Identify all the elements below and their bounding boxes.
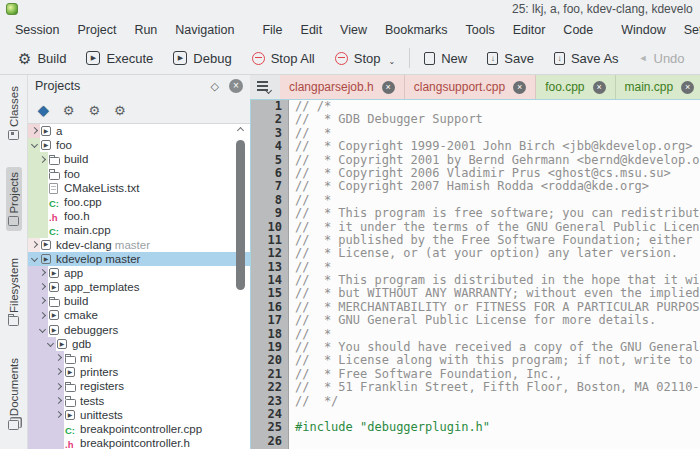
toolbar-button-label: Debug — [193, 51, 231, 66]
tree-item-kdev-clang[interactable]: ▶kdev-clang master — [28, 238, 250, 252]
close-tab-icon[interactable]: × — [513, 81, 526, 94]
stop-all-button[interactable]: Stop All — [242, 42, 325, 74]
project-tint-band — [28, 181, 48, 195]
code-line: 10// * it under the terms of the GNU Gen… — [251, 221, 700, 234]
tree-item-breakpointcontroller.cpp[interactable]: C:breakpointcontroller.cpp — [28, 422, 250, 436]
code-editor[interactable]: 1// /*2// * GDB Debugger Support3// *4//… — [250, 99, 700, 449]
line-number: 23 — [251, 395, 282, 408]
kdevelop-logo[interactable]: ◆ — [38, 102, 49, 118]
editor-tab-clangsupport.cpp[interactable]: clangsupport.cpp× — [405, 75, 536, 99]
tree-item-main.cpp[interactable]: C:main.cpp — [28, 223, 250, 237]
editor-tab-clangparsejob.h[interactable]: clangparsejob.h× — [280, 75, 405, 99]
tree-item-breakpointcontroller.h[interactable]: .hbreakpointcontroller.h — [28, 436, 250, 449]
code-text: // * — [295, 127, 331, 140]
close-tab-icon[interactable]: × — [593, 81, 606, 94]
tree-item-label: a — [56, 124, 62, 138]
toolbar-separator — [409, 48, 410, 68]
tree-item-app_templates[interactable]: ▶app_templates — [28, 280, 250, 294]
editor-tab-foo.cpp[interactable]: foo.cpp× — [536, 75, 615, 99]
main-toolbar: ⚙Build▶Execute▶DebugStop AllStop⌄New↓Sav… — [0, 42, 700, 75]
tree-item-foo[interactable]: foo — [28, 167, 250, 181]
toolbar-button-label: New — [441, 51, 467, 66]
menu-editor[interactable]: Editor — [504, 20, 555, 40]
tree-item-foo.h[interactable]: .hfoo.h — [28, 209, 250, 223]
tree-item-build[interactable]: build — [28, 294, 250, 308]
code-line: 21// * Free Software Foundation, Inc., — [251, 368, 700, 381]
menu-view[interactable]: View — [331, 20, 376, 40]
sidebar-tab-projects[interactable]: Projects — [6, 167, 22, 232]
line-number: 26 — [251, 435, 282, 448]
tree-item-cmake[interactable]: ▶cmake — [28, 308, 250, 322]
tree-item-registers[interactable]: registers — [28, 379, 250, 393]
project-icon: ▶ — [49, 268, 59, 278]
tree-item-unittests[interactable]: ▶unittests — [28, 408, 250, 422]
rebuild-icon[interactable]: ⚙ — [114, 103, 126, 118]
tree-item-app[interactable]: ▶app — [28, 266, 250, 280]
line-number: 12 — [251, 247, 282, 260]
menu-window[interactable]: Window — [612, 20, 674, 40]
scroll-up-icon[interactable] — [237, 127, 244, 134]
menu-project[interactable]: Project — [68, 20, 125, 40]
save-button[interactable]: ↓Save — [477, 42, 544, 74]
tree-item-label: printers — [80, 365, 118, 379]
close-tab-icon[interactable]: × — [382, 81, 395, 94]
tree-scrollbar[interactable] — [236, 126, 246, 447]
install-icon[interactable]: ⚙ — [88, 103, 100, 118]
menu-file[interactable]: File — [253, 20, 291, 40]
tree-item-build[interactable]: build — [28, 152, 250, 166]
debug-button[interactable]: ▶Debug — [163, 42, 241, 74]
line-number: 10 — [251, 221, 282, 234]
tree-item-foo.cpp[interactable]: C:foo.cpp — [28, 195, 250, 209]
menu-navigation[interactable]: Navigation — [166, 20, 243, 40]
tree-item-tests[interactable]: tests — [28, 394, 250, 408]
code-text: // * but WITHOUT ANY WARRANTY; without e… — [295, 287, 700, 300]
tree-item-debuggers[interactable]: ▶debuggers — [28, 323, 250, 337]
menu-code[interactable]: Code — [554, 20, 602, 40]
document-list-button[interactable] — [250, 75, 280, 99]
tree-item-a[interactable]: ▶a — [28, 124, 250, 138]
execute-button[interactable]: ▶Execute — [76, 42, 163, 74]
menu-settings[interactable]: Settings — [675, 20, 700, 40]
folder-icon — [65, 356, 76, 364]
stop-icon — [335, 52, 348, 65]
sidebar-tab-documents[interactable]: Documents — [6, 353, 22, 434]
tree-item-label: build — [64, 152, 88, 166]
build-button[interactable]: ⚙Build — [8, 42, 76, 74]
tree-item-label: breakpointcontroller.h — [80, 436, 190, 449]
chevron-down-icon: ⌄ — [389, 57, 396, 66]
build-selection-icon[interactable]: ⚙ — [63, 103, 75, 118]
tree-item-kdevelop[interactable]: ▶kdevelop master — [28, 252, 250, 266]
menu-run[interactable]: Run — [125, 20, 166, 40]
sidebar-tab-filesystem[interactable]: Filesystem — [6, 253, 22, 331]
tree-item-printers[interactable]: ▶printers — [28, 365, 250, 379]
new-icon — [424, 52, 435, 65]
tree-item-CMakeLists.txt[interactable]: CMakeLists.txt — [28, 181, 250, 195]
tree-item-mi[interactable]: mi — [28, 351, 250, 365]
tree-item-gdb[interactable]: ▶gdb — [28, 337, 250, 351]
save-as-button[interactable]: ↓Save As — [544, 42, 629, 74]
line-number: 2 — [251, 113, 282, 126]
tree-item-foo[interactable]: ▶foo — [28, 138, 250, 152]
undo-button[interactable]: ◄Undo — [629, 42, 695, 74]
tree-item-label: registers — [80, 379, 124, 393]
collapse-arrow-icon[interactable] — [31, 255, 38, 262]
folder-icon — [49, 299, 60, 307]
code-line: 5// * Copyright 2001 by Bernd Gehrmann <… — [251, 154, 700, 167]
stop-button[interactable]: Stop⌄ — [325, 42, 405, 74]
editor-tab-main.cpp[interactable]: main.cpp× — [616, 75, 700, 99]
code-line: 3// * — [251, 127, 700, 140]
menu-edit[interactable]: Edit — [292, 20, 332, 40]
tree-item-label: breakpointcontroller.cpp — [80, 422, 202, 436]
close-tab-icon[interactable]: × — [681, 81, 694, 94]
new-button[interactable]: New — [414, 42, 477, 74]
menu-session[interactable]: Session — [6, 20, 68, 40]
menu-bookmarks[interactable]: Bookmarks — [376, 20, 457, 40]
sidebar-tab-classes[interactable]: Classes — [6, 81, 22, 145]
menu-tools[interactable]: Tools — [457, 20, 504, 40]
float-panel-icon[interactable]: ◇ — [211, 80, 219, 93]
scrollbar-thumb[interactable] — [236, 140, 245, 290]
tree-item-label: app_templates — [64, 280, 139, 294]
redo-button[interactable]: ►Redo — [695, 42, 700, 74]
close-panel-button[interactable]: × — [229, 79, 243, 93]
code-line: 22// * 51 Franklin Street, Fifth Floor, … — [251, 381, 700, 394]
